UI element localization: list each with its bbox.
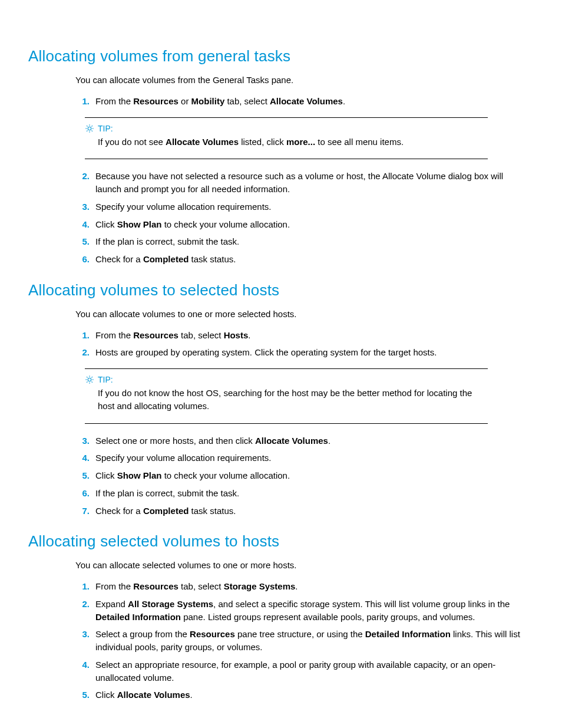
tip-box: TIP:If you do not know the host OS, sear… bbox=[85, 368, 488, 424]
svg-line-6 bbox=[91, 130, 92, 131]
step-item: 5.Click Show Plan to check your volume a… bbox=[75, 469, 527, 482]
svg-line-17 bbox=[91, 377, 92, 377]
step-number: 5. bbox=[75, 235, 90, 248]
svg-line-7 bbox=[87, 130, 87, 131]
step-number: 3. bbox=[75, 200, 90, 213]
step-item: 5.If the plan is correct, submit the tas… bbox=[75, 235, 527, 248]
step-number: 6. bbox=[75, 487, 90, 500]
step-item: 3.Select one or more hosts, and then cli… bbox=[75, 434, 527, 447]
step-text: If the plan is correct, submit the task. bbox=[95, 236, 239, 246]
step-item: 1.From the Resources tab, select Storage… bbox=[75, 580, 527, 593]
step-text: Because you have not selected a resource… bbox=[95, 171, 503, 194]
step-text: Click Show Plan to check your volume all… bbox=[95, 470, 290, 480]
step-text: Check for a Completed task status. bbox=[95, 506, 236, 516]
step-item: 2.Hosts are grouped by operating system.… bbox=[75, 346, 527, 359]
step-list: 1.From the Resources tab, select Storage… bbox=[75, 580, 527, 701]
step-number: 1. bbox=[75, 95, 90, 108]
tip-header: TIP: bbox=[85, 124, 485, 133]
step-text: Specify your volume allocation requireme… bbox=[95, 453, 271, 463]
step-number: 4. bbox=[75, 658, 90, 671]
lightbulb-icon bbox=[85, 124, 94, 133]
step-text: From the Resources tab, select Storage S… bbox=[95, 581, 298, 591]
step-list: 1.From the Resources or Mobility tab, se… bbox=[75, 95, 527, 108]
step-text: Check for a Completed task status. bbox=[95, 254, 236, 264]
step-number: 4. bbox=[75, 452, 90, 465]
svg-line-15 bbox=[91, 381, 92, 382]
section-intro: You can allocate selected volumes to one… bbox=[75, 559, 527, 572]
step-item: 3.Specify your volume allocation require… bbox=[75, 200, 527, 213]
step-number: 5. bbox=[75, 469, 90, 482]
step-text: From the Resources tab, select Hosts. bbox=[95, 330, 250, 340]
step-number: 7. bbox=[75, 505, 90, 518]
step-item: 2.Because you have not selected a resour… bbox=[75, 170, 527, 196]
svg-line-14 bbox=[87, 377, 87, 377]
step-text: Click Allocate Volumes. bbox=[95, 690, 193, 700]
step-text: If the plan is correct, submit the task. bbox=[95, 488, 239, 498]
section-intro: You can allocate volumes from the Genera… bbox=[75, 74, 527, 87]
tip-header: TIP: bbox=[85, 375, 485, 384]
step-number: 5. bbox=[75, 689, 90, 701]
step-item: 6.Check for a Completed task status. bbox=[75, 253, 527, 266]
step-number: 6. bbox=[75, 253, 90, 266]
step-text: Specify your volume allocation requireme… bbox=[95, 202, 271, 212]
step-number: 2. bbox=[75, 598, 90, 611]
step-item: 1.From the Resources tab, select Hosts. bbox=[75, 329, 527, 342]
section-heading: Allocating selected volumes to hosts bbox=[28, 532, 527, 551]
section-heading: Allocating volumes from general tasks bbox=[28, 47, 527, 65]
step-text: Expand All Storage Systems, and select a… bbox=[95, 599, 510, 622]
step-number: 1. bbox=[75, 580, 90, 593]
step-item: 1.From the Resources or Mobility tab, se… bbox=[75, 95, 527, 108]
step-number: 1. bbox=[75, 329, 90, 342]
section-heading: Allocating volumes to selected hosts bbox=[28, 281, 527, 299]
svg-line-16 bbox=[87, 381, 87, 382]
step-text: Select a group from the Resources pane t… bbox=[95, 629, 520, 652]
svg-line-8 bbox=[91, 126, 92, 126]
step-text: Select an appropriate resource, for exam… bbox=[95, 660, 495, 683]
step-item: 5.Click Allocate Volumes. bbox=[75, 689, 527, 701]
step-number: 3. bbox=[75, 628, 90, 641]
step-number: 4. bbox=[75, 218, 90, 231]
step-item: 2.Expand All Storage Systems, and select… bbox=[75, 598, 527, 624]
step-item: 3.Select a group from the Resources pane… bbox=[75, 628, 527, 654]
step-text: Click Show Plan to check your volume all… bbox=[95, 219, 290, 229]
svg-line-5 bbox=[87, 126, 87, 126]
step-item: 4.Select an appropriate resource, for ex… bbox=[75, 658, 527, 684]
tip-box: TIP:If you do not see Allocate Volumes l… bbox=[85, 117, 488, 160]
svg-point-9 bbox=[88, 378, 91, 381]
step-list: 1.From the Resources tab, select Hosts.2… bbox=[75, 329, 527, 360]
tip-body: If you do not see Allocate Volumes liste… bbox=[98, 136, 485, 149]
step-text: Hosts are grouped by operating system. C… bbox=[95, 347, 437, 357]
step-item: 7.Check for a Completed task status. bbox=[75, 505, 527, 518]
svg-point-0 bbox=[88, 127, 91, 130]
step-item: 6.If the plan is correct, submit the tas… bbox=[75, 487, 527, 500]
step-list: 2.Because you have not selected a resour… bbox=[75, 170, 527, 266]
step-text: Select one or more hosts, and then click… bbox=[95, 436, 330, 446]
step-text: From the Resources or Mobility tab, sele… bbox=[95, 96, 345, 106]
step-number: 3. bbox=[75, 434, 90, 447]
tip-label: TIP: bbox=[98, 375, 113, 384]
step-list: 3.Select one or more hosts, and then cli… bbox=[75, 434, 527, 518]
step-number: 2. bbox=[75, 170, 90, 183]
step-item: 4.Click Show Plan to check your volume a… bbox=[75, 218, 527, 231]
tip-label: TIP: bbox=[98, 124, 113, 133]
lightbulb-icon bbox=[85, 375, 94, 384]
section-intro: You can allocate volumes to one or more … bbox=[75, 308, 527, 321]
tip-body: If you do not know the host OS, searchin… bbox=[98, 387, 485, 413]
step-item: 4.Specify your volume allocation require… bbox=[75, 452, 527, 465]
document-page: Allocating volumes from general tasksYou… bbox=[0, 0, 562, 728]
step-number: 2. bbox=[75, 346, 90, 359]
